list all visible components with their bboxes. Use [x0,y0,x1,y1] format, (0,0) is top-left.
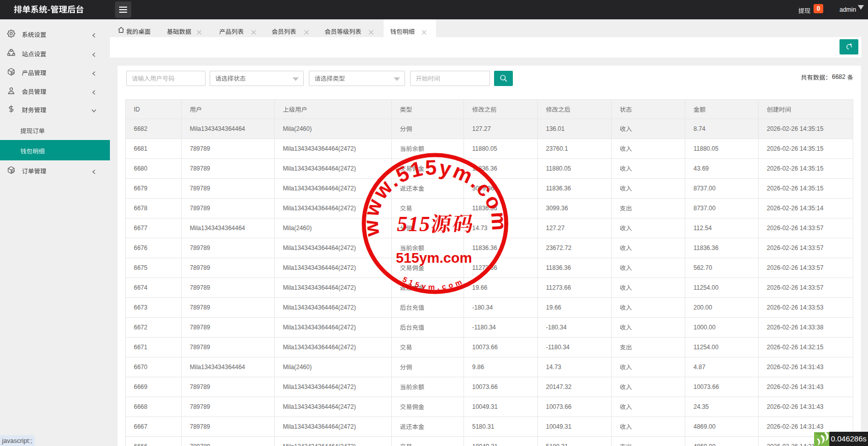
svg-text:515ym.com: 515ym.com [396,250,472,266]
svg-text:515: 515 [397,212,430,236]
svg-text:www.515ym.com: www.515ym.com [357,149,515,253]
